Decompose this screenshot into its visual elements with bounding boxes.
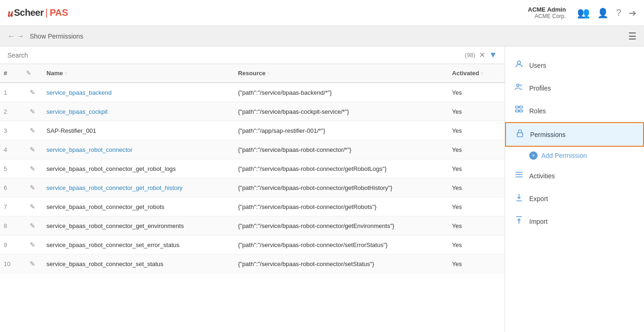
permissions-table: # ✎ Name ↕ Resource: [0, 64, 505, 273]
sidebar-add-permission[interactable]: + Add Permission: [505, 147, 644, 164]
row-edit-icon[interactable]: ✎: [22, 159, 43, 178]
table-row: 9✎service_bpaas_robot_connector_set_erro…: [0, 235, 505, 254]
row-resource: {"path":"/service/bpaas-robot-connector/…: [234, 216, 448, 235]
logo-pas: PAS: [50, 7, 68, 18]
row-name: service_bpaas_robot_connector_set_error_…: [43, 235, 234, 254]
search-filter-icon[interactable]: ▼: [489, 50, 497, 60]
col-header-activated[interactable]: Activated ↕: [448, 64, 505, 83]
sidebar-item-activities[interactable]: Activities: [505, 164, 644, 187]
row-edit-icon[interactable]: ✎: [22, 140, 43, 159]
col-header-edit: ✎: [22, 64, 43, 83]
resource-sort-icon: ↕: [267, 71, 269, 76]
svg-rect-4: [519, 106, 523, 108]
row-activated: Yes: [448, 254, 505, 273]
row-name[interactable]: service_bpaas_robot_connector_get_robot_…: [43, 178, 234, 197]
sidebar-roles-label: Roles: [529, 107, 546, 115]
logout-icon[interactable]: ➔: [629, 7, 637, 19]
col-header-resource[interactable]: Resource ↕: [234, 64, 448, 83]
row-name[interactable]: service_bpaas_robot_connector: [43, 140, 234, 159]
logo-icon: 𝑢: [7, 7, 13, 20]
users-group-icon[interactable]: 👥: [577, 7, 590, 19]
svg-rect-7: [517, 133, 523, 137]
row-activated: Yes: [448, 140, 505, 159]
header-user-company: ACME Corp.: [528, 13, 566, 20]
header-left: 𝑢 Scheer | PAS: [7, 7, 68, 20]
row-num: 1: [0, 83, 22, 102]
logo-separator: |: [46, 7, 48, 18]
table-body: 1✎service_bpaas_backend{"path":"/service…: [0, 83, 505, 273]
row-num: 2: [0, 102, 22, 121]
table-row: 5✎service_bpaas_robot_connector_get_robo…: [0, 159, 505, 178]
logo-scheer: Scheer: [14, 7, 44, 18]
edit-header-icon: ✎: [26, 70, 31, 77]
sidebar-import-label: Import: [529, 218, 548, 225]
row-edit-icon[interactable]: ✎: [22, 235, 43, 254]
row-name: SAP-Restifier_001: [43, 121, 234, 140]
help-icon[interactable]: ?: [616, 7, 621, 18]
sidebar-activities-label: Activities: [529, 172, 555, 180]
export-icon: [514, 193, 524, 204]
row-num: 8: [0, 216, 22, 235]
table-header: # ✎ Name ↕ Resource: [0, 64, 505, 83]
import-icon: [514, 215, 524, 227]
sidebar-item-users[interactable]: Users: [505, 54, 644, 77]
row-edit-icon[interactable]: ✎: [22, 254, 43, 273]
row-name: service_bpaas_robot_connector_get_robots: [43, 197, 234, 216]
row-activated: Yes: [448, 159, 505, 178]
row-num: 5: [0, 159, 22, 178]
header-right: ACME Admin ACME Corp. 👥 👤 ? ➔: [528, 6, 637, 20]
svg-rect-3: [516, 106, 519, 108]
roles-icon: [514, 105, 524, 117]
row-activated: Yes: [448, 83, 505, 102]
col-header-name[interactable]: Name ↕: [43, 64, 234, 83]
sidebar-profiles-label: Profiles: [529, 85, 551, 92]
row-resource: {"path":"/service/bpaas-robot-connector/…: [234, 140, 448, 159]
row-resource: {"path":"/service/bpaas-robot-connector/…: [234, 254, 448, 273]
svg-point-0: [518, 61, 521, 64]
sidebar-users-label: Users: [529, 62, 546, 69]
activities-icon: [514, 170, 524, 182]
content-area: (98) ✕ ▼ # ✎ Name ↕: [0, 46, 505, 332]
header-user-name: ACME Admin: [528, 6, 566, 13]
row-edit-icon[interactable]: ✎: [22, 178, 43, 197]
row-name[interactable]: service_bpaas_cockpit: [43, 102, 234, 121]
header: 𝑢 Scheer | PAS ACME Admin ACME Corp. 👥 👤…: [0, 0, 644, 26]
row-edit-icon[interactable]: ✎: [22, 216, 43, 235]
sidebar-item-export[interactable]: Export: [505, 187, 644, 210]
row-edit-icon[interactable]: ✎: [22, 121, 43, 140]
sidebar-item-roles[interactable]: Roles: [505, 99, 644, 122]
row-activated: Yes: [448, 197, 505, 216]
forward-arrow[interactable]: →: [17, 32, 24, 40]
back-arrow[interactable]: ←: [7, 32, 15, 40]
user-profile-icon[interactable]: 👤: [597, 7, 609, 19]
row-edit-icon[interactable]: ✎: [22, 83, 43, 102]
add-permission-label: Add Permission: [541, 152, 587, 159]
search-input[interactable]: [7, 52, 465, 59]
row-edit-icon[interactable]: ✎: [22, 197, 43, 216]
sidebar-item-profiles[interactable]: Profiles: [505, 77, 644, 99]
row-resource: {"path":"/service/bpaas-cockpit-service/…: [234, 102, 448, 121]
permissions-table-container: # ✎ Name ↕ Resource: [0, 64, 505, 332]
row-resource: {"path":"/service/bpaas-robot-connector/…: [234, 159, 448, 178]
table-row: 6✎service_bpaas_robot_connector_get_robo…: [0, 178, 505, 197]
name-sort-icon: ↕: [65, 71, 67, 76]
sidebar-item-import[interactable]: Import: [505, 210, 644, 233]
main: (98) ✕ ▼ # ✎ Name ↕: [0, 46, 644, 332]
row-num: 7: [0, 197, 22, 216]
row-activated: Yes: [448, 235, 505, 254]
table-row: 7✎service_bpaas_robot_connector_get_robo…: [0, 197, 505, 216]
svg-point-1: [517, 84, 519, 86]
hamburger-menu[interactable]: ☰: [628, 31, 637, 42]
table-row: 2✎service_bpaas_cockpit{"path":"/service…: [0, 102, 505, 121]
search-count: (98): [465, 52, 475, 59]
row-num: 3: [0, 121, 22, 140]
search-clear-icon[interactable]: ✕: [479, 51, 485, 59]
svg-rect-6: [519, 110, 523, 112]
row-name[interactable]: service_bpaas_backend: [43, 83, 234, 102]
row-edit-icon[interactable]: ✎: [22, 102, 43, 121]
sidebar-item-permissions[interactable]: Permissions: [505, 122, 644, 147]
row-num: 9: [0, 235, 22, 254]
table-row: 3✎SAP-Restifier_001{"path":"/app/sap-res…: [0, 121, 505, 140]
col-header-num: #: [0, 64, 22, 83]
row-name: service_bpaas_robot_connector_get_robot_…: [43, 159, 234, 178]
